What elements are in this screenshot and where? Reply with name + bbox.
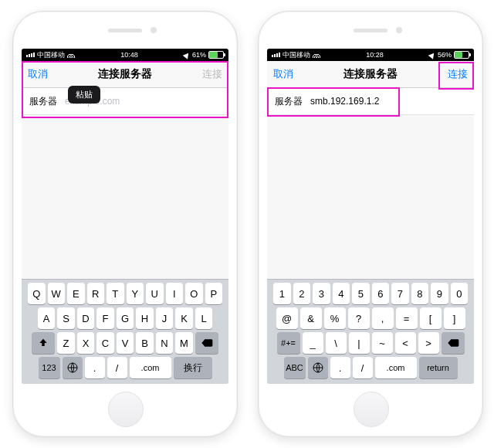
home-button[interactable] — [354, 392, 389, 427]
key-g[interactable]: G — [117, 307, 134, 329]
dot-key[interactable]: . — [330, 357, 350, 378]
battery-icon — [454, 51, 469, 59]
symbols-key[interactable]: #+= — [277, 332, 300, 354]
return-key[interactable]: return — [419, 357, 458, 378]
key-<[interactable]: < — [395, 332, 416, 354]
key-=[interactable]: = — [396, 307, 418, 329]
key-?[interactable]: ? — [348, 307, 370, 329]
kb-row4: ABC . / .com return — [269, 357, 472, 378]
key-t[interactable]: T — [107, 283, 124, 304]
key-,[interactable]: , — [372, 307, 394, 329]
battery-icon — [208, 51, 224, 59]
key-|[interactable]: | — [349, 332, 370, 354]
keyboard: QWERTYUIOP ASDFGHJKL ZXCVBNM 123 . / .co… — [22, 279, 228, 384]
key-z[interactable]: Z — [57, 332, 75, 354]
key-6[interactable]: 6 — [372, 283, 390, 304]
front-camera — [151, 27, 157, 33]
key-o[interactable]: O — [185, 283, 203, 304]
key-[[interactable]: [ — [420, 307, 442, 329]
phone-right: 中国移动 10:28 56% 取消 连接服务器 连接 服务器 smb.192.1… — [258, 11, 483, 437]
key-3[interactable]: 3 — [313, 283, 330, 304]
key-&[interactable]: & — [300, 307, 322, 329]
connect-button[interactable]: 连接 — [202, 67, 222, 81]
backspace-key[interactable] — [442, 332, 465, 354]
paste-popover[interactable]: 粘贴 — [68, 86, 100, 104]
key-m[interactable]: M — [175, 332, 193, 354]
dotcom-key[interactable]: .com — [375, 357, 417, 378]
numbers-key[interactable]: 123 — [39, 357, 60, 378]
key-k[interactable]: K — [175, 307, 193, 329]
key-q[interactable]: Q — [28, 283, 46, 304]
screen: 中国移动 10:48 61% 取消 连接服务器 连接 服务器 example.c… — [22, 49, 228, 384]
backspace-key[interactable] — [195, 332, 218, 354]
nav-bar: 取消 连接服务器 连接 — [22, 61, 228, 88]
key-_[interactable]: _ — [303, 332, 323, 354]
kb-row1: 1234567890 — [269, 283, 472, 304]
screen: 中国移动 10:28 56% 取消 连接服务器 连接 服务器 smb.192.1… — [267, 49, 474, 384]
dotcom-key[interactable]: .com — [130, 357, 171, 378]
home-button[interactable] — [108, 392, 144, 427]
key-e[interactable]: E — [67, 283, 85, 304]
key-b[interactable]: B — [136, 332, 154, 354]
return-key[interactable]: 换行 — [174, 357, 212, 378]
globe-key[interactable] — [308, 357, 328, 378]
shift-key[interactable] — [32, 332, 55, 354]
key-v[interactable]: V — [117, 332, 134, 354]
key-9[interactable]: 9 — [431, 283, 448, 304]
key-@[interactable]: @ — [276, 307, 298, 329]
kb-row2: @&%?,=[] — [269, 307, 472, 329]
globe-icon — [312, 361, 324, 374]
abc-key[interactable]: ABC — [284, 357, 306, 378]
key-2[interactable]: 2 — [293, 283, 311, 304]
clock: 10:48 — [120, 51, 138, 59]
slash-key[interactable]: / — [353, 357, 373, 378]
key-\[interactable]: \ — [326, 332, 347, 354]
key-s[interactable]: S — [57, 307, 75, 329]
key->[interactable]: > — [418, 332, 439, 354]
key-4[interactable]: 4 — [333, 283, 350, 304]
key-n[interactable]: N — [156, 332, 174, 354]
key-p[interactable]: P — [205, 283, 223, 304]
server-input[interactable]: smb.192.169.1.2 — [310, 96, 379, 107]
key-8[interactable]: 8 — [411, 283, 429, 304]
key-x[interactable]: X — [77, 332, 95, 354]
key-][interactable]: ] — [444, 307, 465, 329]
clock: 10:28 — [366, 51, 384, 59]
server-row[interactable]: 服务器 example.com 粘贴 — [22, 88, 228, 115]
speaker — [354, 29, 387, 32]
key-f[interactable]: F — [96, 307, 114, 329]
key-w[interactable]: W — [48, 283, 66, 304]
battery-pct: 56% — [438, 51, 452, 59]
key-0[interactable]: 0 — [451, 283, 469, 304]
connect-button[interactable]: 连接 — [448, 67, 468, 81]
cancel-button[interactable]: 取消 — [273, 67, 293, 81]
key-~[interactable]: ~ — [372, 332, 393, 354]
speaker — [108, 29, 142, 32]
key-a[interactable]: A — [38, 307, 56, 329]
key-l[interactable]: L — [195, 307, 213, 329]
dot-key[interactable]: . — [85, 357, 105, 378]
key-r[interactable]: R — [87, 283, 105, 304]
key-h[interactable]: H — [136, 307, 154, 329]
nav-title: 连接服务器 — [98, 67, 152, 81]
server-row[interactable]: 服务器 smb.192.169.1.2 — [267, 88, 474, 115]
signal-icon — [26, 53, 35, 57]
key-1[interactable]: 1 — [273, 283, 291, 304]
key-i[interactable]: I — [166, 283, 184, 304]
kb-row3: #+= _\|~<> — [269, 332, 472, 354]
key-%[interactable]: % — [324, 307, 346, 329]
globe-key[interactable] — [63, 357, 83, 378]
key-7[interactable]: 7 — [391, 283, 409, 304]
server-label: 服务器 — [29, 95, 65, 108]
key-c[interactable]: C — [96, 332, 114, 354]
key-j[interactable]: J — [156, 307, 174, 329]
key-d[interactable]: D — [77, 307, 95, 329]
slash-key[interactable]: / — [107, 357, 127, 378]
battery-pct: 61% — [192, 51, 206, 59]
kb-row4: 123 . / .com 换行 — [24, 357, 226, 378]
location-icon — [183, 51, 191, 59]
cancel-button[interactable]: 取消 — [28, 67, 48, 81]
key-5[interactable]: 5 — [352, 283, 370, 304]
key-u[interactable]: U — [146, 283, 164, 304]
key-y[interactable]: Y — [127, 283, 144, 304]
